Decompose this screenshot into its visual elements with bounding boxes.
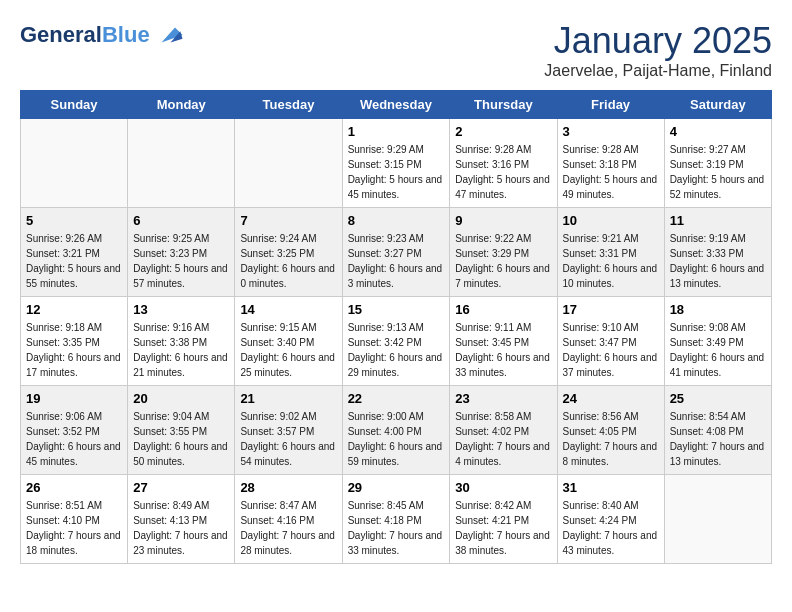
calendar-cell: 6Sunrise: 9:25 AM Sunset: 3:23 PM Daylig…	[128, 208, 235, 297]
day-number: 15	[348, 302, 445, 317]
calendar-cell: 9Sunrise: 9:22 AM Sunset: 3:29 PM Daylig…	[450, 208, 557, 297]
day-number: 6	[133, 213, 229, 228]
calendar-cell: 8Sunrise: 9:23 AM Sunset: 3:27 PM Daylig…	[342, 208, 450, 297]
calendar-cell	[128, 119, 235, 208]
day-number: 26	[26, 480, 122, 495]
day-number: 1	[348, 124, 445, 139]
calendar-cell: 28Sunrise: 8:47 AM Sunset: 4:16 PM Dayli…	[235, 475, 342, 564]
day-number: 18	[670, 302, 766, 317]
day-header-saturday: Saturday	[664, 91, 771, 119]
calendar-week-row: 26Sunrise: 8:51 AM Sunset: 4:10 PM Dayli…	[21, 475, 772, 564]
location-subtitle: Jaervelae, Paijat-Hame, Finland	[544, 62, 772, 80]
calendar-cell: 2Sunrise: 9:28 AM Sunset: 3:16 PM Daylig…	[450, 119, 557, 208]
day-info: Sunrise: 9:18 AM Sunset: 3:35 PM Dayligh…	[26, 320, 122, 380]
calendar-cell: 14Sunrise: 9:15 AM Sunset: 3:40 PM Dayli…	[235, 297, 342, 386]
calendar-cell	[664, 475, 771, 564]
day-number: 19	[26, 391, 122, 406]
day-header-friday: Friday	[557, 91, 664, 119]
calendar-cell: 21Sunrise: 9:02 AM Sunset: 3:57 PM Dayli…	[235, 386, 342, 475]
calendar-cell: 5Sunrise: 9:26 AM Sunset: 3:21 PM Daylig…	[21, 208, 128, 297]
day-info: Sunrise: 8:40 AM Sunset: 4:24 PM Dayligh…	[563, 498, 659, 558]
calendar-cell: 13Sunrise: 9:16 AM Sunset: 3:38 PM Dayli…	[128, 297, 235, 386]
day-header-tuesday: Tuesday	[235, 91, 342, 119]
day-info: Sunrise: 9:28 AM Sunset: 3:16 PM Dayligh…	[455, 142, 551, 202]
calendar-cell: 3Sunrise: 9:28 AM Sunset: 3:18 PM Daylig…	[557, 119, 664, 208]
day-number: 25	[670, 391, 766, 406]
calendar-cell: 26Sunrise: 8:51 AM Sunset: 4:10 PM Dayli…	[21, 475, 128, 564]
calendar-cell: 16Sunrise: 9:11 AM Sunset: 3:45 PM Dayli…	[450, 297, 557, 386]
day-number: 13	[133, 302, 229, 317]
calendar-body: 1Sunrise: 9:29 AM Sunset: 3:15 PM Daylig…	[21, 119, 772, 564]
day-number: 20	[133, 391, 229, 406]
day-number: 22	[348, 391, 445, 406]
day-info: Sunrise: 9:21 AM Sunset: 3:31 PM Dayligh…	[563, 231, 659, 291]
day-header-thursday: Thursday	[450, 91, 557, 119]
day-info: Sunrise: 9:04 AM Sunset: 3:55 PM Dayligh…	[133, 409, 229, 469]
calendar-cell: 20Sunrise: 9:04 AM Sunset: 3:55 PM Dayli…	[128, 386, 235, 475]
calendar-week-row: 5Sunrise: 9:26 AM Sunset: 3:21 PM Daylig…	[21, 208, 772, 297]
day-number: 29	[348, 480, 445, 495]
day-number: 21	[240, 391, 336, 406]
day-header-wednesday: Wednesday	[342, 91, 450, 119]
calendar-cell: 29Sunrise: 8:45 AM Sunset: 4:18 PM Dayli…	[342, 475, 450, 564]
calendar-cell: 1Sunrise: 9:29 AM Sunset: 3:15 PM Daylig…	[342, 119, 450, 208]
calendar-cell: 30Sunrise: 8:42 AM Sunset: 4:21 PM Dayli…	[450, 475, 557, 564]
day-number: 7	[240, 213, 336, 228]
day-number: 10	[563, 213, 659, 228]
day-number: 28	[240, 480, 336, 495]
day-info: Sunrise: 9:23 AM Sunset: 3:27 PM Dayligh…	[348, 231, 445, 291]
calendar-cell: 11Sunrise: 9:19 AM Sunset: 3:33 PM Dayli…	[664, 208, 771, 297]
day-info: Sunrise: 9:13 AM Sunset: 3:42 PM Dayligh…	[348, 320, 445, 380]
calendar-cell: 23Sunrise: 8:58 AM Sunset: 4:02 PM Dayli…	[450, 386, 557, 475]
logo: GeneralBlue	[20, 20, 184, 50]
day-info: Sunrise: 9:29 AM Sunset: 3:15 PM Dayligh…	[348, 142, 445, 202]
day-number: 24	[563, 391, 659, 406]
day-number: 23	[455, 391, 551, 406]
calendar-cell: 19Sunrise: 9:06 AM Sunset: 3:52 PM Dayli…	[21, 386, 128, 475]
calendar-cell: 31Sunrise: 8:40 AM Sunset: 4:24 PM Dayli…	[557, 475, 664, 564]
day-info: Sunrise: 9:22 AM Sunset: 3:29 PM Dayligh…	[455, 231, 551, 291]
month-title: January 2025	[544, 20, 772, 62]
calendar-week-row: 19Sunrise: 9:06 AM Sunset: 3:52 PM Dayli…	[21, 386, 772, 475]
day-info: Sunrise: 9:02 AM Sunset: 3:57 PM Dayligh…	[240, 409, 336, 469]
days-header-row: SundayMondayTuesdayWednesdayThursdayFrid…	[21, 91, 772, 119]
page-header: GeneralBlue January 2025 Jaervelae, Paij…	[20, 20, 772, 80]
calendar-cell: 22Sunrise: 9:00 AM Sunset: 4:00 PM Dayli…	[342, 386, 450, 475]
day-number: 31	[563, 480, 659, 495]
day-number: 14	[240, 302, 336, 317]
day-info: Sunrise: 9:25 AM Sunset: 3:23 PM Dayligh…	[133, 231, 229, 291]
calendar-cell: 12Sunrise: 9:18 AM Sunset: 3:35 PM Dayli…	[21, 297, 128, 386]
calendar-cell: 4Sunrise: 9:27 AM Sunset: 3:19 PM Daylig…	[664, 119, 771, 208]
calendar-cell	[235, 119, 342, 208]
day-info: Sunrise: 8:42 AM Sunset: 4:21 PM Dayligh…	[455, 498, 551, 558]
day-info: Sunrise: 8:51 AM Sunset: 4:10 PM Dayligh…	[26, 498, 122, 558]
logo-text: GeneralBlue	[20, 23, 150, 47]
day-info: Sunrise: 9:06 AM Sunset: 3:52 PM Dayligh…	[26, 409, 122, 469]
day-number: 4	[670, 124, 766, 139]
day-number: 11	[670, 213, 766, 228]
day-info: Sunrise: 8:45 AM Sunset: 4:18 PM Dayligh…	[348, 498, 445, 558]
day-info: Sunrise: 9:15 AM Sunset: 3:40 PM Dayligh…	[240, 320, 336, 380]
calendar-table: SundayMondayTuesdayWednesdayThursdayFrid…	[20, 90, 772, 564]
day-header-sunday: Sunday	[21, 91, 128, 119]
title-block: January 2025 Jaervelae, Paijat-Hame, Fin…	[544, 20, 772, 80]
day-info: Sunrise: 9:08 AM Sunset: 3:49 PM Dayligh…	[670, 320, 766, 380]
logo-icon	[154, 20, 184, 50]
day-number: 9	[455, 213, 551, 228]
calendar-cell: 25Sunrise: 8:54 AM Sunset: 4:08 PM Dayli…	[664, 386, 771, 475]
calendar-cell: 10Sunrise: 9:21 AM Sunset: 3:31 PM Dayli…	[557, 208, 664, 297]
day-info: Sunrise: 8:58 AM Sunset: 4:02 PM Dayligh…	[455, 409, 551, 469]
day-info: Sunrise: 8:56 AM Sunset: 4:05 PM Dayligh…	[563, 409, 659, 469]
calendar-cell: 15Sunrise: 9:13 AM Sunset: 3:42 PM Dayli…	[342, 297, 450, 386]
day-number: 2	[455, 124, 551, 139]
day-info: Sunrise: 8:49 AM Sunset: 4:13 PM Dayligh…	[133, 498, 229, 558]
day-info: Sunrise: 9:16 AM Sunset: 3:38 PM Dayligh…	[133, 320, 229, 380]
calendar-cell: 24Sunrise: 8:56 AM Sunset: 4:05 PM Dayli…	[557, 386, 664, 475]
day-number: 16	[455, 302, 551, 317]
day-info: Sunrise: 9:00 AM Sunset: 4:00 PM Dayligh…	[348, 409, 445, 469]
day-info: Sunrise: 8:47 AM Sunset: 4:16 PM Dayligh…	[240, 498, 336, 558]
calendar-cell: 27Sunrise: 8:49 AM Sunset: 4:13 PM Dayli…	[128, 475, 235, 564]
day-info: Sunrise: 9:27 AM Sunset: 3:19 PM Dayligh…	[670, 142, 766, 202]
calendar-cell	[21, 119, 128, 208]
day-number: 5	[26, 213, 122, 228]
